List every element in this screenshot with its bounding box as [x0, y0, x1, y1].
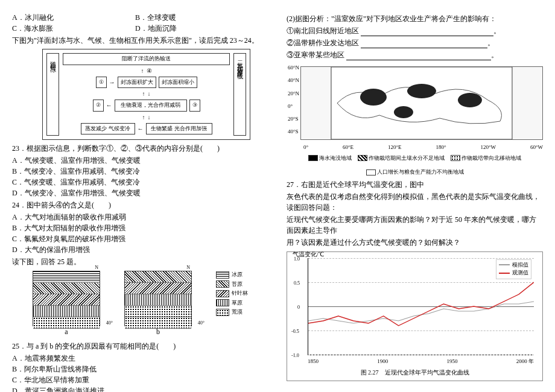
map-legend-d: 人口增长与粮食生产能力不均衡地域: [377, 169, 464, 175]
q24-option-a: A．大气对地面辐射的吸收作用减弱: [12, 212, 268, 223]
svg-rect-0: [331, 67, 512, 139]
left-column: A．冰川融化 B．全球变暖 C．海水膨胀 D．地面沉降 下图为"洋面封冻与水、气…: [12, 12, 268, 380]
xtick: 1850: [308, 358, 319, 366]
p2c-label: ③亚寒带某些地区: [287, 51, 344, 59]
arrow-icon: ↑: [142, 89, 145, 98]
legend-swatch-ice: [216, 271, 229, 279]
chart-svg: [308, 258, 534, 355]
q23-option-c: C．气候变暖、温室作用减弱、气候变冷: [12, 177, 268, 188]
north-indicator: N: [186, 264, 190, 271]
xtick: 2000 年: [516, 358, 534, 366]
q25-option-a: A．地震将频繁发生: [12, 353, 268, 364]
q26-p2-line2: ②温带耕作业发达地区 。: [287, 37, 543, 48]
legend-swatch-grass: [216, 299, 229, 306]
fill-blank[interactable]: [361, 40, 487, 48]
lon-tick: 60°W: [530, 144, 543, 152]
figure-a: N 40° a: [33, 271, 100, 337]
map-legend-b: 作物栽培期间土壤水分不足地域: [369, 155, 445, 161]
q24-option-d: D．大气的保温作用增强: [12, 244, 268, 255]
lat-tick: 20°S: [288, 115, 299, 124]
lat-tick: 20°N: [288, 90, 299, 98]
lat-40-label: 40°: [198, 320, 205, 327]
fill-blank[interactable]: [346, 52, 491, 60]
fill-blank[interactable]: [361, 28, 493, 36]
figure-b: N 40° b: [124, 271, 192, 337]
diagram-right-label: 二氧化碳浓度降低: [233, 53, 246, 136]
q26-p2-line3: ③亚寒带某些地区 。: [287, 49, 543, 60]
q24-stem: 24．图中箭头④的含义是( ): [12, 200, 268, 210]
diagram-c1: 蒸发减少 气候变冷: [81, 123, 135, 135]
diagram-b1: 生物衰退，光合作用减弱: [115, 100, 187, 112]
temperature-chart-card: 气温变化/℃ 模拟值 观测值 1.0 0.5 0 -0.5 -1.0 1850 …: [287, 251, 543, 382]
svg-point-3: [458, 93, 482, 107]
q25-options: A．地震将频繁发生 B．阿尔卑斯山雪线将降低 C．华北地区旱情将加重 D．黄河三…: [12, 353, 268, 392]
world-map-figure: 60°N 40°N 20°N 0° 20°S 40°S 0° 60: [287, 63, 543, 177]
map-legend: 海水淹没地域 作物栽培期间土壤水分不足地域 作物栽培带向北移动地域 人口增长与粮…: [287, 154, 543, 177]
temperature-chart: 气温变化/℃ 模拟值 观测值 1.0 0.5 0 -0.5 -1.0: [308, 258, 534, 355]
q27-para2: 近现代气候变化主要受哪两方面因素的影响？对于近 50 年来的气候变暖，哪方面因素…: [287, 214, 543, 236]
lat-tick: 0°: [288, 103, 299, 111]
q26-p2-head: (2)据图分析："温室效应"对下列地区农业生产将会产生的影响有：: [287, 13, 543, 24]
svg-point-2: [407, 84, 436, 98]
world-map-svg: [301, 67, 542, 139]
lat-tick: 60°N: [288, 64, 299, 72]
legend-swatch-forest: [216, 290, 229, 297]
lon-tick: 180°: [436, 144, 446, 152]
intro-23-24: 下图为"洋面封冻与水、气候、生物相互作用关系示意图"，读后完成 23～24。: [12, 35, 268, 46]
chart-caption: 图 2.27 近现代全球年平均气温变化曲线: [291, 368, 539, 377]
p2b-label: ②温带耕作业发达地区: [287, 39, 359, 47]
swatch-icon: [366, 169, 376, 175]
map-legend-c: 作物栽培带向北移动地域: [461, 155, 521, 161]
q27-stem: 27．右图是近代全球平均气温变化图，图中: [287, 179, 543, 190]
legend-swatch-desert: [216, 309, 229, 316]
q25-option-b: B．阿尔卑斯山雪线将降低: [12, 364, 268, 375]
q25-option-d: D．黄河三角洲将向海洋推进: [12, 385, 268, 392]
q25-stem: 25．与 a 到 b 的变化的原因最有可能相同的是( ): [12, 341, 268, 352]
arrow-icon: ↓: [148, 113, 151, 122]
svg-point-1: [360, 89, 387, 106]
legend-grass: 草原: [232, 299, 243, 308]
q23-options: A．气候变暖、温室作用增强、气候变暖 B．气候变冷、温室作用减弱、气候变冷 C．…: [12, 155, 268, 198]
arrow-icon: ↓: [148, 89, 151, 98]
diagram-c2: 生物繁盛 光合作用加强: [146, 123, 212, 135]
world-map-placeholder: [300, 66, 543, 140]
q22-option-c: C．海水膨胀: [12, 23, 135, 34]
q27-para3: 用？该因素是通过什么方式使气候变暖的？如何解决？: [287, 237, 543, 248]
arrow-icon: ↑: [142, 113, 145, 122]
latitude-biome-figure: N 40° a N 40° b 冰原 苔原: [12, 271, 268, 337]
q22-option-d: D．地面沉降: [135, 23, 258, 34]
q26-p2-line1: ①南北回归线附近地区 。: [287, 25, 543, 36]
lat-tick: 40°N: [288, 77, 299, 85]
xtick: 1950: [447, 358, 458, 366]
q23-option-b: B．气候变冷、温室作用减弱、气候变冷: [12, 166, 268, 177]
swatch-icon: [451, 155, 460, 161]
intro-25: 读下图，回答 25 题。: [12, 256, 268, 267]
arrow-icon: ↑: [141, 66, 144, 75]
legend-swatch-tundra: [216, 280, 229, 288]
p2a-label: ①南北回归线附近地区: [287, 27, 359, 35]
diagram-num-1: ①: [96, 77, 107, 89]
swatch-icon: [308, 155, 318, 161]
legend-ice: 冰原: [232, 271, 243, 279]
q22-options: A．冰川融化 B．全球变暖 C．海水膨胀 D．地面沉降: [12, 12, 268, 34]
biome-legend: 冰原 苔原 针叶林 草原 荒漠: [216, 271, 248, 337]
legend-tundra: 苔原: [232, 280, 243, 289]
lon-tick: 60°E: [343, 144, 354, 152]
lon-tick: 120°E: [388, 144, 402, 152]
q23-option-d: D．气候变冷、温室作用增强、气候变暖: [12, 188, 268, 198]
q24-option-c: C．氯氟烃对臭氧层的破坏作用增强: [12, 233, 268, 244]
lon-tick: 0°: [303, 144, 308, 152]
legend-desert: 荒漠: [232, 308, 243, 317]
diagram-num-3: ③: [189, 100, 200, 112]
right-column: (2)据图分析："温室效应"对下列地区农业生产将会产生的影响有： ①南北回归线附…: [287, 12, 543, 380]
diagram-left-label: 洋面封冻: [46, 53, 59, 136]
legend-forest: 针叶林: [232, 289, 248, 298]
chart-x-axis: 1850 1900 1950 2000 年: [308, 358, 534, 366]
svg-point-4: [394, 106, 413, 118]
q23-stem: 23．根据图示信息，判断数字①、②、③代表的内容分别是( ): [12, 143, 268, 154]
map-legend-a: 海水淹没地域: [319, 155, 352, 161]
diagram-top-node: 阻断了洋流的热输送: [63, 53, 230, 65]
diagram-num-2: ②: [93, 100, 104, 112]
q27-para: 灰色代表的是仅考虑自然变化得到的模拟值，黑色代表的是实际气温变化曲线，读图回答问…: [287, 191, 543, 213]
q25-option-c: C．华北地区旱情将加重: [12, 375, 268, 385]
